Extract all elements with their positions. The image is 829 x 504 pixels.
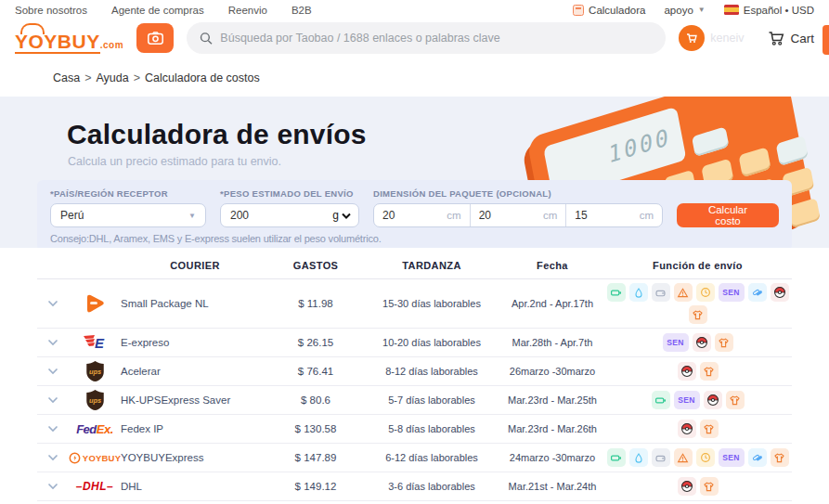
- feature-pokeball-icon: [678, 362, 696, 381]
- courier-features: SEN: [603, 330, 792, 355]
- logo-text: YOYBUY: [15, 31, 100, 54]
- courier-name: Small Package NL: [121, 298, 269, 309]
- dim-length-input[interactable]: [382, 209, 420, 222]
- postnl-logo: [83, 292, 107, 315]
- courier-row: –DHL–DHL$ 149.123-6 días laborablesMar.2…: [37, 472, 792, 501]
- courier-row: upsHK-UPSExpress Saver$ 80.65-7 días lab…: [37, 386, 792, 415]
- courier-delay: 3-6 días laborables: [362, 481, 501, 492]
- feature-tshirt-icon: [700, 477, 719, 496]
- dim-height-unit: cm: [640, 210, 654, 221]
- feature-tshirt-icon: [700, 420, 719, 438]
- dim-width-unit: cm: [543, 210, 557, 221]
- nav-b2b[interactable]: B2B: [291, 5, 312, 16]
- breadcrumb-separator: >: [84, 71, 91, 84]
- dim-length-unit: cm: [447, 210, 460, 221]
- courier-logo: E: [69, 333, 121, 352]
- calculator-icon: [573, 5, 584, 16]
- country-label: *PAÍS/REGIÓN RECEPTOR: [50, 188, 206, 199]
- weight-unit-select[interactable]: g: [332, 209, 351, 222]
- cart-button[interactable]: Cart: [768, 31, 814, 46]
- expand-row-button[interactable]: [37, 483, 69, 490]
- col-tardanza: TARDANZA: [362, 260, 501, 271]
- nav-apoyo[interactable]: apoyo ▼: [664, 5, 705, 16]
- avatar: [679, 25, 705, 51]
- feature-sensitive-badge: SEN: [674, 391, 700, 409]
- svg-text:ups: ups: [89, 396, 101, 405]
- courier-delay: 10-20 días laborables: [362, 337, 501, 348]
- courier-price: $ 11.98: [269, 298, 362, 309]
- feature-bag-icon: [652, 448, 670, 467]
- courier-date: Mar.28th - Apr.7th: [501, 337, 603, 348]
- search-icon: [200, 32, 213, 45]
- nav-agente-de-compras[interactable]: Agente de compras: [111, 5, 204, 16]
- locale-label: Español • USD: [744, 5, 814, 16]
- fedex-logo: FedEx.: [76, 422, 113, 436]
- floating-side-widget[interactable]: [823, 25, 829, 55]
- feature-sensitive-badge: SEN: [663, 333, 689, 352]
- feature-tshirt-icon: [689, 305, 707, 324]
- nav-sobre-nosotros[interactable]: Sobre nosotros: [15, 5, 87, 16]
- col-gastos: GASTOS: [269, 260, 362, 271]
- nav-reenvio[interactable]: Reenvio: [228, 5, 267, 16]
- breadcrumb-casa[interactable]: Casa: [53, 71, 80, 84]
- weight-field: g: [220, 203, 359, 227]
- courier-name: DHL: [121, 481, 269, 492]
- expand-row-button[interactable]: [37, 396, 69, 404]
- col-fecha: Fecha: [501, 260, 603, 271]
- courier-price: $ 149.12: [269, 481, 362, 492]
- courier-features: [603, 416, 792, 442]
- username-label: keneiv: [710, 32, 744, 45]
- breadcrumb-ayuda[interactable]: Ayuda: [97, 71, 129, 84]
- cart-icon: [768, 31, 784, 46]
- image-search-button[interactable]: [136, 23, 174, 53]
- account-menu[interactable]: keneiv: [679, 25, 744, 51]
- expand-row-button[interactable]: [37, 454, 69, 461]
- courier-date: Mar.23rd - Mar.25th: [501, 394, 603, 406]
- courier-logo: FedEx.: [69, 422, 121, 436]
- search-bar[interactable]: [187, 22, 666, 54]
- dim-height-input[interactable]: [575, 209, 612, 222]
- feature-warning-icon: [674, 448, 693, 467]
- ups-logo: ups: [85, 360, 105, 382]
- feature-warning-icon: [674, 283, 693, 302]
- feature-pokeball-icon: [678, 477, 696, 496]
- shipping-form-panel: *PAÍS/REGIÓN RECEPTOR Perú ▼ *PESO ESTIM…: [37, 180, 792, 248]
- search-input[interactable]: [220, 32, 653, 45]
- locale-switcher[interactable]: Español • USD: [724, 5, 814, 16]
- courier-delay: 5-8 días laborables: [362, 423, 501, 434]
- feature-pokeball-icon: [693, 333, 711, 352]
- feature-battery-icon: [652, 391, 670, 409]
- nav-calculadora-label: Calculadora: [589, 5, 645, 16]
- top-utility-bar: Sobre nosotros Agente de compras Reenvio…: [0, 0, 829, 18]
- courier-name: HK-UPSExpress Saver: [121, 394, 269, 406]
- logo-suffix: .com: [100, 40, 123, 50]
- svg-text:E: E: [95, 335, 105, 351]
- courier-row: EE-expreso$ 26.1510-20 días laborablesMa…: [37, 329, 792, 357]
- camera-icon: [148, 32, 163, 45]
- courier-logo: YOYBUY: [69, 452, 121, 464]
- expand-row-button[interactable]: [37, 368, 69, 375]
- expand-row-button[interactable]: [37, 300, 69, 307]
- spain-flag-icon: [724, 5, 739, 15]
- calculate-cost-button[interactable]: Calcular costo: [677, 203, 779, 227]
- expand-row-button[interactable]: [37, 425, 69, 433]
- weight-input[interactable]: [230, 209, 314, 222]
- page-title: Calculadora de envíos: [0, 97, 829, 150]
- nav-calculadora[interactable]: Calculadora: [573, 5, 645, 16]
- dim-width-input[interactable]: [479, 209, 516, 222]
- feature-clock-icon: [696, 448, 715, 467]
- courier-logo: [69, 292, 121, 315]
- chevron-down-icon: [47, 368, 58, 375]
- feature-liquid-icon: [629, 448, 648, 467]
- breadcrumb: Casa > Ayuda > Calculadora de costos: [0, 58, 829, 97]
- courier-price: $ 147.89: [269, 452, 362, 463]
- yoybuy-logo[interactable]: YOYBUY.com: [15, 26, 123, 51]
- feature-tshirt-icon: [700, 362, 719, 381]
- courier-price: $ 26.15: [269, 337, 362, 348]
- chevron-down-icon: [47, 425, 58, 433]
- expand-row-button[interactable]: [37, 339, 69, 346]
- breadcrumb-separator: >: [134, 71, 140, 84]
- courier-logo: ups: [69, 360, 121, 382]
- country-select[interactable]: Perú ▼: [50, 203, 206, 227]
- courier-row: FedEx.Fedex IP$ 130.585-8 días laborable…: [37, 415, 792, 444]
